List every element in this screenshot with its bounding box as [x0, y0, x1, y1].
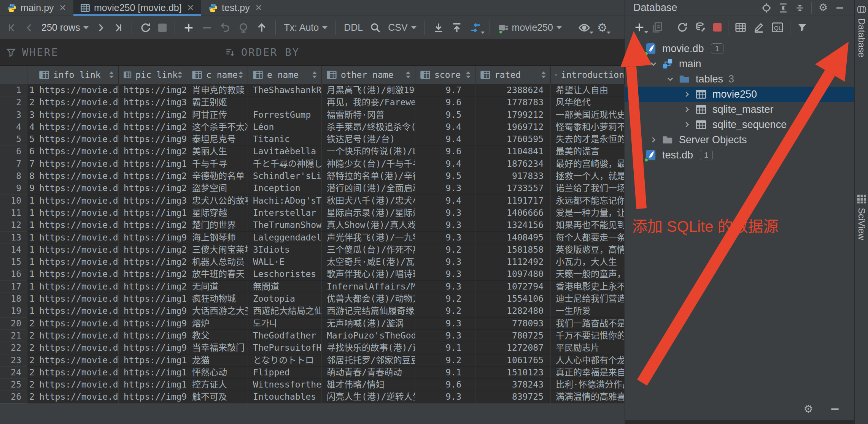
where-filter-input[interactable]: WHERE: [0, 39, 219, 65]
cell-score[interactable]: 9.3: [415, 330, 475, 342]
cell-id[interactable]: 6: [27, 146, 34, 158]
cell-rated[interactable]: 1799212: [475, 109, 551, 121]
cell-other_name[interactable]: 潜行凶间(港)/全面启动(台): [322, 182, 415, 195]
chevron-right-icon[interactable]: [680, 90, 693, 98]
cell-other_name[interactable]: 寻找快乐的故事(港)/追求快乐: [322, 342, 415, 354]
cell-score[interactable]: 9.2: [415, 354, 475, 367]
cell-pic_link[interactable]: https://img2.dou…: [119, 256, 187, 268]
cell-rated[interactable]: 1554106: [475, 293, 551, 305]
cell-introduction[interactable]: 迪士尼给我们营造的乌托邦就是: [551, 293, 625, 305]
cell-score[interactable]: 9.4: [415, 133, 475, 146]
duplicate-icon[interactable]: [649, 19, 667, 36]
cell-score[interactable]: 9.3: [415, 256, 475, 268]
cell-other_name[interactable]: 杀手莱昂/终极追杀令(台): [322, 121, 415, 133]
cell-introduction[interactable]: 平民励志片: [551, 342, 625, 354]
cell-introduction[interactable]: 千万不要记恨你的对手，这样会: [551, 330, 625, 342]
cell-introduction[interactable]: 比利·怀德满分作品: [551, 379, 625, 391]
compare-data-icon[interactable]: [466, 19, 485, 36]
cell-introduction[interactable]: 每个人都要走一条自己坚定了的路: [551, 232, 625, 244]
cell-introduction[interactable]: 失去的才是永恒的: [551, 133, 625, 146]
cell-score[interactable]: 9.2: [415, 305, 475, 317]
cell-info_link[interactable]: https://movie.douban…: [34, 97, 119, 109]
cell-info_link[interactable]: https://movie.douban…: [34, 207, 119, 219]
cell-id[interactable]: 7: [27, 158, 34, 170]
cell-e_name[interactable]: Laleggendadelpia…: [248, 232, 322, 244]
cell-pic_link[interactable]: https://img1.dou…: [119, 293, 187, 305]
chevron-right-icon[interactable]: [647, 136, 660, 144]
column-header-c_name[interactable]: c_name: [187, 66, 248, 84]
row-number[interactable]: 25: [0, 379, 27, 391]
row-number[interactable]: 21: [0, 330, 27, 342]
cell-other_name[interactable]: InfernalAffairs/Mougaa…: [322, 281, 415, 293]
close-icon[interactable]: ✕: [187, 3, 194, 13]
cell-pic_link[interactable]: https://img1.dou…: [119, 379, 187, 391]
next-page-button[interactable]: [92, 19, 110, 36]
cell-introduction[interactable]: 最好的宫崎骏，最好的久石让: [551, 158, 625, 170]
sort-arrows-icon[interactable]: [178, 71, 182, 78]
ddl-button[interactable]: DDL: [340, 19, 366, 36]
cell-info_link[interactable]: https://movie.douban…: [34, 121, 119, 133]
cell-c_name[interactable]: 这个杀手不太冷: [187, 121, 248, 133]
cell-info_link[interactable]: https://movie.douban…: [34, 268, 119, 280]
cell-info_link[interactable]: https://movie.douban…: [34, 158, 119, 170]
cell-rated[interactable]: 780725: [475, 330, 551, 342]
cell-info_link[interactable]: https://movie.douban…: [34, 342, 119, 354]
column-header-info_link[interactable]: info_link: [34, 66, 119, 84]
cell-c_name[interactable]: 熔炉: [187, 318, 248, 330]
cell-id[interactable]: 11: [27, 207, 34, 219]
tree-item-movie-db[interactable]: movie.db1: [625, 41, 855, 56]
cell-id[interactable]: 14: [27, 244, 34, 256]
cell-rated[interactable]: 1112492: [475, 256, 551, 268]
cell-info_link[interactable]: https://movie.douban…: [34, 109, 119, 121]
cell-c_name[interactable]: 怦然心动: [187, 367, 248, 379]
cell-e_name[interactable]: Titanic: [248, 133, 322, 146]
cell-pic_link[interactable]: https://img2.dou…: [119, 84, 187, 97]
sort-arrows-icon[interactable]: [406, 71, 410, 78]
column-header-introduction[interactable]: introduction: [551, 66, 625, 84]
cell-pic_link[interactable]: https://img2.dou…: [119, 182, 187, 195]
cell-other_name[interactable]: 月黑高飞(港)/刺激1995(台): [322, 84, 415, 97]
row-number[interactable]: 12: [0, 219, 27, 231]
sort-arrows-icon[interactable]: [466, 71, 471, 78]
cell-rated[interactable]: 917833: [475, 170, 551, 182]
cell-other_name[interactable]: 铁达尼号(港/台): [322, 133, 415, 146]
cell-score[interactable]: 9.5: [415, 170, 475, 182]
cell-rated[interactable]: 1778783: [475, 97, 551, 109]
column-header-e_name[interactable]: e_name: [248, 66, 322, 84]
cell-score[interactable]: 9.2: [415, 244, 475, 256]
toolwindow-tab-sciview[interactable]: SciView: [856, 194, 867, 240]
cell-c_name[interactable]: 教父: [187, 330, 248, 342]
cell-rated[interactable]: 1406666: [475, 207, 551, 219]
cell-introduction[interactable]: 怪蜀黍和小萝莉不得不说的故事: [551, 121, 625, 133]
cell-id[interactable]: 13: [27, 232, 34, 244]
import-data-button[interactable]: [448, 19, 466, 36]
tree-item-sqlite-sequence[interactable]: sqlite_sequence: [625, 117, 855, 132]
cell-score[interactable]: 9.1: [415, 342, 475, 354]
cell-id[interactable]: 9: [27, 182, 34, 195]
refresh-datasource-icon[interactable]: [673, 19, 692, 36]
cell-rated[interactable]: 1097480: [475, 268, 551, 280]
cell-pic_link[interactable]: https://img2.dou…: [119, 170, 187, 182]
cell-rated[interactable]: 1282480: [475, 305, 551, 317]
cell-info_link[interactable]: https://movie.douban…: [34, 293, 119, 305]
cell-rated[interactable]: 1272087: [475, 342, 551, 354]
cell-c_name[interactable]: 龙猫: [187, 354, 248, 367]
row-number[interactable]: 20: [0, 318, 27, 330]
cell-e_name[interactable]: Interstellar: [248, 207, 322, 219]
open-table-icon[interactable]: [731, 19, 750, 36]
cell-info_link[interactable]: https://movie.douban…: [34, 232, 119, 244]
close-icon[interactable]: ✕: [255, 3, 262, 13]
cell-c_name[interactable]: 盗梦空间: [187, 182, 248, 195]
cell-other_name[interactable]: 声光伴我飞(港)/一九零零的传奇: [322, 232, 415, 244]
cell-pic_link[interactable]: https://img3.dou…: [119, 97, 187, 109]
row-number[interactable]: 26: [0, 391, 27, 403]
cell-introduction[interactable]: 真正的幸福是来自内心深处: [551, 367, 625, 379]
row-number[interactable]: 24: [0, 367, 27, 379]
cell-e_name[interactable]: Schindler'sList: [248, 170, 322, 182]
cell-id[interactable]: 4: [27, 121, 34, 133]
cell-rated[interactable]: 1876234: [475, 158, 551, 170]
cell-e_name[interactable]: 無間道: [248, 281, 322, 293]
row-number[interactable]: 1: [0, 84, 27, 97]
cell-pic_link[interactable]: https://img1.dou…: [119, 207, 187, 219]
cell-e_name[interactable]: Intouchables: [248, 391, 322, 403]
